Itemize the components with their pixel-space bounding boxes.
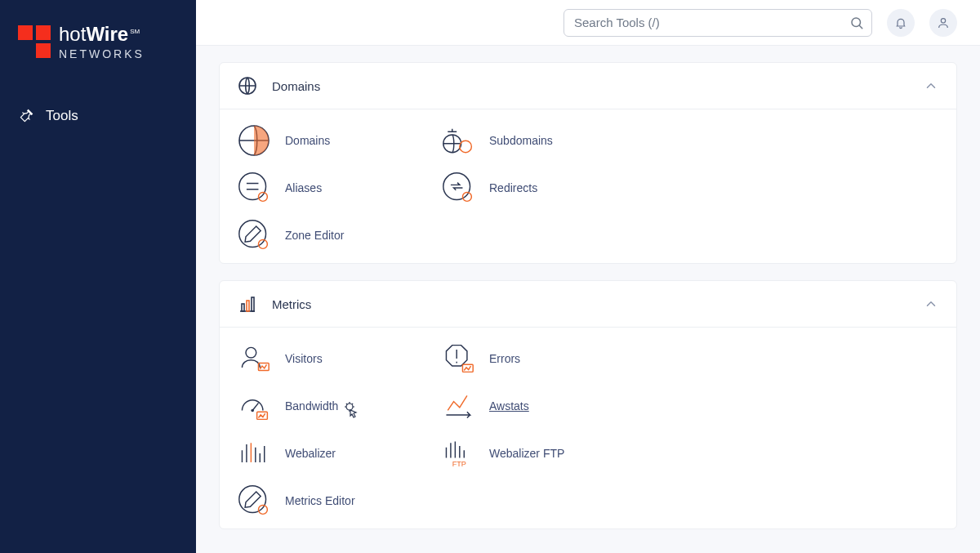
awstats-icon — [442, 390, 474, 422]
chevron-up-icon[interactable] — [924, 297, 938, 311]
redirects-icon — [442, 172, 474, 204]
tool-webalizer[interactable]: Webalizer — [238, 437, 442, 470]
svg-point-7 — [258, 193, 267, 202]
account-button[interactable] — [929, 9, 957, 37]
svg-point-18 — [251, 409, 254, 413]
brand-logo-text: hotWireSM NETWORKS — [59, 23, 145, 60]
svg-point-10 — [239, 221, 266, 248]
svg-point-22 — [239, 486, 266, 513]
svg-rect-13 — [247, 301, 249, 311]
svg-point-5 — [460, 140, 472, 153]
tool-label: Webalizer — [285, 447, 336, 460]
tool-webalizer-ftp[interactable]: FTP Webalizer FTP — [442, 437, 646, 470]
svg-point-1 — [941, 18, 945, 22]
panel-domains: Domains Domains Subdomains — [219, 62, 957, 264]
tool-label: Domains — [285, 134, 330, 147]
tool-bandwidth[interactable]: Bandwidth — [238, 390, 442, 422]
tool-awstats[interactable]: Awstats — [442, 390, 646, 422]
tool-label: Awstats — [489, 399, 529, 413]
globe-icon — [238, 76, 257, 96]
panel-title: Domains — [272, 79, 320, 93]
zone-editor-icon — [238, 219, 270, 252]
panel-metrics: Metrics Visitors Errors — [219, 280, 957, 529]
tool-label: Subdomains — [489, 134, 553, 147]
tool-metrics-editor[interactable]: Metrics Editor — [238, 484, 442, 517]
tool-visitors[interactable]: Visitors — [238, 342, 442, 375]
tool-errors[interactable]: Errors — [442, 342, 646, 375]
cursor-pointer-icon — [342, 401, 362, 421]
brand-logo: hotWireSM NETWORKS — [18, 23, 178, 60]
wrench-icon — [18, 108, 34, 124]
subdomain-icon — [442, 124, 474, 157]
bell-icon — [894, 16, 907, 29]
tool-label: Bandwidth — [285, 399, 338, 413]
webalizer-icon — [238, 437, 270, 470]
tool-label: Redirects — [489, 181, 537, 194]
tool-zone-editor[interactable]: Zone Editor — [238, 219, 442, 252]
sidebar-item-tools[interactable]: Tools — [18, 101, 178, 131]
tool-label: Errors — [489, 352, 520, 365]
svg-point-8 — [443, 173, 470, 200]
svg-point-0 — [852, 18, 861, 27]
search-input[interactable] — [564, 9, 872, 37]
sidebar-item-label: Tools — [46, 108, 78, 124]
tool-label: Zone Editor — [285, 229, 344, 242]
search-wrap — [564, 9, 872, 37]
bar-chart-icon — [238, 294, 257, 314]
bandwidth-icon — [238, 390, 270, 422]
tool-label: Aliases — [285, 181, 322, 194]
tool-label: Metrics Editor — [285, 494, 355, 507]
content: Domains Domains Subdomains — [196, 46, 980, 553]
notifications-button[interactable] — [887, 9, 915, 37]
tool-aliases[interactable]: Aliases — [238, 172, 442, 204]
svg-rect-12 — [242, 304, 244, 311]
svg-point-15 — [246, 348, 256, 359]
main: Domains Domains Subdomains — [196, 0, 980, 553]
panel-domains-head[interactable]: Domains — [220, 63, 956, 109]
tool-subdomains[interactable]: Subdomains — [442, 124, 646, 157]
tool-redirects[interactable]: Redirects — [442, 172, 646, 204]
tool-label: Visitors — [285, 352, 323, 365]
errors-icon — [442, 342, 474, 375]
panel-title: Metrics — [272, 297, 311, 311]
globe-half-icon — [238, 124, 270, 157]
panel-domains-body: Domains Subdomains Aliases — [220, 109, 956, 263]
svg-text:FTP: FTP — [452, 461, 466, 469]
webalizer-ftp-icon: FTP — [442, 437, 474, 470]
svg-point-20 — [346, 404, 353, 410]
tool-domains[interactable]: Domains — [238, 124, 442, 157]
tool-label: Webalizer FTP — [489, 447, 564, 460]
topbar — [196, 0, 980, 46]
chevron-up-icon[interactable] — [924, 78, 938, 93]
svg-point-23 — [258, 506, 267, 515]
metrics-editor-icon — [238, 484, 270, 517]
user-icon — [937, 16, 950, 29]
svg-point-6 — [239, 173, 266, 200]
svg-rect-14 — [252, 297, 254, 311]
sidebar: hotWireSM NETWORKS Tools — [0, 0, 196, 553]
visitors-icon — [238, 342, 270, 375]
svg-point-11 — [258, 240, 267, 249]
svg-point-9 — [462, 193, 471, 202]
brand-logo-mark — [18, 25, 51, 58]
panel-metrics-head[interactable]: Metrics — [220, 281, 956, 328]
panel-metrics-body: Visitors Errors Bandwidth — [220, 328, 956, 528]
aliases-icon — [238, 172, 270, 204]
search-icon[interactable] — [849, 16, 864, 30]
